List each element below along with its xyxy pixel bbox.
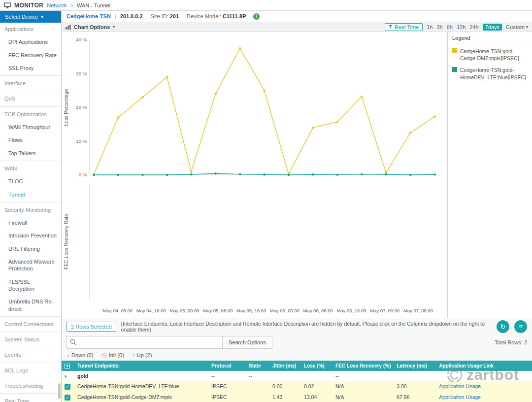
sidebar-item-applications: Applications bbox=[0, 23, 61, 35]
row-select-cell[interactable]: ✓ bbox=[62, 381, 74, 392]
sidebar-item-acl-logs[interactable]: ACL Logs bbox=[0, 364, 61, 377]
column-header-state[interactable]: State bbox=[246, 361, 269, 371]
svg-text:May 06, 00:00: May 06, 00:00 bbox=[270, 308, 299, 313]
separator: | bbox=[115, 13, 116, 19]
sidebar-item-control-connections[interactable]: Control Connections bbox=[0, 318, 61, 331]
loss-cell: 0.02 bbox=[301, 381, 332, 392]
column-header-loss[interactable]: Loss (%) bbox=[301, 361, 332, 371]
application-usage-link[interactable]: Application Usage bbox=[439, 383, 481, 389]
table-group-row: ▾gold------ bbox=[62, 371, 532, 381]
state-cell bbox=[246, 381, 269, 392]
select-device-button[interactable]: Select Device ▾ bbox=[0, 11, 61, 23]
site-id: Site ID: 201 bbox=[151, 13, 179, 19]
sidebar-item-troubleshooting[interactable]: Troubleshooting bbox=[0, 379, 61, 392]
main-content: CedgeHome-TSN | 201.0.0.2 Site ID: 201 D… bbox=[62, 11, 532, 402]
column-header-jitter-ms[interactable]: Jitter (ms) bbox=[269, 361, 301, 371]
sidebar-item-qos[interactable]: QoS bbox=[0, 92, 61, 105]
sidebar-item-events[interactable]: Events bbox=[0, 348, 61, 361]
group-loss-cell bbox=[301, 371, 332, 381]
sidebar-item-ssl-proxy[interactable]: SSL Proxy bbox=[0, 62, 61, 74]
tunnel-endpoint-cell: CedgeHome-TSN:gold-HomeDEV_LTE:blue bbox=[74, 381, 208, 392]
status-down-0[interactable]: ↓Down (0) bbox=[66, 352, 94, 359]
legend-swatch bbox=[452, 67, 457, 72]
rows-selected-badge[interactable]: 2 Rows Selected bbox=[66, 322, 116, 332]
time-range-3h[interactable]: 3h bbox=[437, 24, 443, 30]
group-collapse-cell[interactable]: ▾ bbox=[62, 371, 74, 381]
sidebar-item-tloc[interactable]: TLOC bbox=[0, 175, 61, 188]
sidebar-item-advanced-malware-protection[interactable]: Advanced Malware Protection bbox=[0, 255, 61, 275]
sidebar: Select Device ▾ ApplicationsDPI Applicat… bbox=[0, 11, 62, 402]
sidebar-item-tcp-optimization: TCP Optimization bbox=[0, 108, 61, 121]
down-arrow-icon: ↓ bbox=[66, 352, 69, 359]
search-options-button[interactable]: Search Options bbox=[222, 336, 272, 349]
sidebar-item-top-talkers[interactable]: Top Talkers bbox=[0, 147, 61, 160]
latency-cell: 3.00 bbox=[394, 381, 436, 392]
time-range-6h[interactable]: 6h bbox=[447, 24, 453, 30]
svg-text:10 %: 10 % bbox=[76, 138, 87, 144]
sidebar-item-umbrella-dns-re-direct[interactable]: Umbrella DNS Re-direct bbox=[0, 295, 61, 315]
tunnel-endpoint-cell: CedgeHome-TSN:gold-Cedge-DMZ:mpls bbox=[74, 392, 208, 402]
status-up-2[interactable]: ↑Up (2) bbox=[132, 352, 152, 359]
sidebar-item-wan-throughput[interactable]: WAN Throughput bbox=[0, 121, 61, 134]
info-icon[interactable]: i bbox=[253, 13, 260, 20]
legend-swatch bbox=[452, 48, 457, 53]
svg-text:May 07, 00:00: May 07, 00:00 bbox=[370, 308, 399, 313]
status-label: Down (0) bbox=[71, 352, 94, 358]
sidebar-item-security-monitoring: Security Monitoring bbox=[0, 203, 61, 216]
site-id-label: Site ID: bbox=[151, 13, 168, 19]
sidebar-item-dpi-applications[interactable]: DPI Applications bbox=[0, 35, 61, 48]
sidebar-item-system-status[interactable]: System Status bbox=[0, 333, 61, 346]
real-time-button[interactable]: Real Time bbox=[385, 23, 423, 31]
sidebar-divider bbox=[0, 347, 61, 347]
time-range-12h[interactable]: 12h bbox=[457, 24, 466, 30]
legend-label: CedgeHome-TSN:gold-Cedge-DMZ:mpls[IPSEC] bbox=[460, 48, 528, 62]
search-input[interactable] bbox=[66, 336, 222, 349]
table-row: ✓CedgeHome-TSN:gold-Cedge-DMZ:mplsIPSEC1… bbox=[62, 392, 532, 402]
status-init-0[interactable]: Init (0) bbox=[101, 352, 124, 358]
sidebar-item-firewall[interactable]: Firewall bbox=[0, 216, 61, 229]
sidebar-item-intrusion-prevention[interactable]: Intrusion Prevention bbox=[0, 229, 61, 242]
select-device-label: Select Device bbox=[5, 14, 38, 20]
device-model-value: C1111-8P bbox=[223, 13, 246, 19]
application-usage-link[interactable]: Application Usage bbox=[439, 394, 481, 400]
chart-options-button[interactable]: Chart Options bbox=[74, 24, 110, 30]
fec-cell: N/A bbox=[332, 392, 394, 402]
time-range-list: 1h3h6h12h24h bbox=[427, 24, 478, 30]
chevron-down-icon: ▾ bbox=[41, 14, 43, 19]
sidebar-item-real-time[interactable]: Real Time bbox=[0, 395, 61, 402]
svg-text:Loss Percentage: Loss Percentage bbox=[64, 89, 69, 126]
time-range-24h[interactable]: 24h bbox=[469, 24, 478, 30]
group-link-cell bbox=[436, 371, 532, 381]
device-name-link[interactable]: CedgeHome-TSN bbox=[66, 13, 111, 19]
custom-range-button[interactable]: Custom▾ bbox=[506, 24, 528, 30]
charts-column: Loss Percentage0 %10 %20 %30 %40 %FEC Lo… bbox=[62, 32, 447, 318]
sidebar-divider bbox=[0, 316, 61, 317]
usage-link-cell: Application Usage bbox=[436, 381, 532, 392]
time-range-1h[interactable]: 1h bbox=[427, 24, 432, 30]
sidebar-item-tunnel[interactable]: Tunnel bbox=[0, 188, 61, 201]
custom-range-label: Custom bbox=[506, 24, 525, 30]
breadcrumb-separator: > bbox=[70, 2, 73, 8]
column-header-latency-ms[interactable]: Latency (ms) bbox=[394, 361, 436, 371]
legend-item-1[interactable]: CedgeHome-TSN:gold-HomeDEV_LTE:blue[IPSE… bbox=[448, 63, 532, 82]
sidebar-scrollbar[interactable] bbox=[58, 383, 61, 399]
sidebar-item-interface[interactable]: Interface bbox=[0, 77, 61, 90]
legend-item-0[interactable]: CedgeHome-TSN:gold-Cedge-DMZ:mpls[IPSEC] bbox=[448, 44, 532, 63]
svg-text:May 05, 16:00: May 05, 16:00 bbox=[236, 308, 266, 313]
sidebar-item-flows[interactable]: Flows bbox=[0, 134, 61, 146]
sidebar-item-tls-ssl-decryption[interactable]: TLS/SSL Decryption bbox=[0, 275, 61, 296]
columns-menu-button[interactable]: ≡ bbox=[514, 320, 527, 333]
refresh-button[interactable]: ↻ bbox=[497, 320, 509, 333]
column-header-fec-loss-recovery[interactable]: FEC Loss Recovery (%) bbox=[332, 361, 394, 371]
sidebar-item-fec-recovery-rate[interactable]: FEC Recovery Rate bbox=[0, 49, 61, 62]
sidebar-item-url-filtering[interactable]: URL Filtering bbox=[0, 242, 61, 255]
select-all-header[interactable]: ▾ bbox=[62, 361, 74, 371]
app-title: MONITOR bbox=[14, 2, 43, 9]
row-select-cell[interactable]: ✓ bbox=[62, 392, 74, 402]
time-range-7days[interactable]: 7days bbox=[483, 24, 502, 31]
column-header-protocol[interactable]: Protocol bbox=[208, 361, 246, 371]
column-header-tunnel-endpoints[interactable]: Tunnel Endpoints bbox=[74, 361, 208, 371]
breadcrumb-network-link[interactable]: Network bbox=[47, 2, 66, 8]
group-label: gold bbox=[77, 373, 88, 379]
column-header-application-usage-link[interactable]: Application Usage Link bbox=[436, 361, 532, 371]
